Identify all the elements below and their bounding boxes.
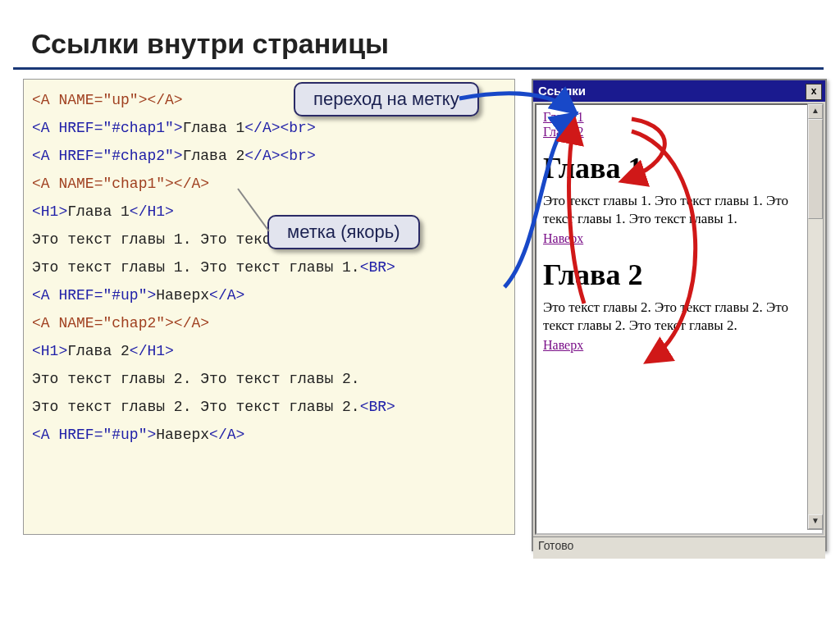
browser-title: Ссылки [538, 84, 586, 98]
code-token: Это текст главы 2. Это текст главы 2. [32, 399, 360, 415]
code-token: <BR> [360, 399, 395, 415]
code-token: = [94, 120, 103, 136]
code-token: > [174, 148, 183, 164]
code-token: "#up" [103, 427, 147, 443]
code-token: = [94, 287, 103, 304]
code-token: > [174, 120, 183, 136]
scroll-down-icon[interactable]: ▼ [808, 514, 823, 529]
code-token: ></A> [165, 315, 209, 331]
code-token: Это текст главы 1. Это текст главы 1. [32, 259, 360, 276]
code-token: <A [32, 92, 50, 108]
code-token: NAME [50, 92, 94, 108]
code-token: > [147, 427, 156, 443]
code-token: <A [32, 148, 50, 164]
code-token: HREF [50, 120, 94, 136]
text-chapter-2: Это текст главы 2. Это текст главы 2. Эт… [543, 299, 815, 335]
code-token: Глава 2 [67, 343, 130, 359]
code-token: HREF [50, 427, 94, 443]
code-token: = [94, 92, 103, 108]
code-token: Глава 2 [183, 148, 245, 164]
code-token: "up" [103, 92, 138, 108]
link-up-2[interactable]: Наверх [543, 338, 583, 352]
code-token: <BR> [360, 259, 395, 276]
code-token: = [94, 176, 103, 192]
code-token: NAME [50, 176, 94, 192]
code-token: "#chap2" [103, 148, 173, 164]
code-token: Наверх [156, 287, 209, 304]
code-token: <A [32, 427, 50, 443]
code-token: </H1> [130, 203, 174, 220]
heading-chapter-2: Глава 2 [543, 258, 815, 292]
callout-jump: переход на метку [294, 82, 479, 116]
divider [13, 67, 824, 70]
code-token: "chap2" [103, 315, 165, 331]
code-token: <H1> [32, 203, 67, 220]
code-token: HREF [50, 287, 94, 304]
code-token: Это текст главы 2. Это текст главы 2. [32, 371, 360, 387]
browser-content: Глава 1 Глава 2 Глава 1 Это текст главы … [535, 103, 824, 535]
code-token: <A [32, 315, 50, 331]
scrollbar[interactable]: ▲ ▼ [807, 103, 824, 530]
code-token: ></A> [139, 92, 183, 108]
close-icon[interactable]: x [806, 84, 822, 100]
callout-anchor: метка (якорь) [267, 215, 420, 249]
code-token: NAME [50, 315, 94, 331]
code-token: = [94, 427, 103, 443]
code-token: Наверх [156, 427, 209, 443]
code-token: = [94, 315, 103, 331]
code-token: > [147, 287, 156, 304]
status-bar: Готово [533, 536, 825, 559]
code-token: = [94, 148, 103, 164]
scroll-up-icon[interactable]: ▲ [808, 104, 823, 119]
code-token: </A> [209, 287, 244, 304]
code-token: </A> [209, 427, 244, 443]
code-token: <A [32, 176, 50, 192]
code-panel: <A NAME="up"></A> <A HREF="#chap1">Глава… [23, 79, 515, 535]
code-token: <A [32, 120, 50, 136]
heading-chapter-1: Глава 1 [543, 151, 815, 185]
code-token: "chap1" [103, 176, 165, 192]
code-token: Глава 1 [67, 203, 130, 220]
code-token: HREF [50, 148, 94, 164]
code-token: </A><br> [244, 148, 315, 164]
code-token: </H1> [130, 343, 174, 359]
code-token: </A><br> [244, 120, 315, 136]
code-token: ></A> [165, 176, 209, 192]
code-token: Глава 1 [183, 120, 245, 136]
page-title: Ссылки внутри страницы [31, 28, 389, 60]
text-chapter-1: Это текст главы 1. Это текст главы 1. Эт… [543, 192, 815, 228]
browser-titlebar: Ссылки x [533, 80, 825, 102]
link-chapter-2[interactable]: Глава 2 [543, 125, 584, 139]
code-token: <H1> [32, 343, 67, 359]
scroll-thumb[interactable] [808, 119, 823, 219]
code-token: "#up" [103, 287, 147, 304]
code-token: <A [32, 287, 50, 304]
browser-window: Ссылки x Глава 1 Глава 2 Глава 1 Это тек… [532, 79, 827, 551]
link-up-1[interactable]: Наверх [543, 231, 583, 245]
link-chapter-1[interactable]: Глава 1 [543, 110, 584, 124]
code-token: "#chap1" [103, 120, 173, 136]
